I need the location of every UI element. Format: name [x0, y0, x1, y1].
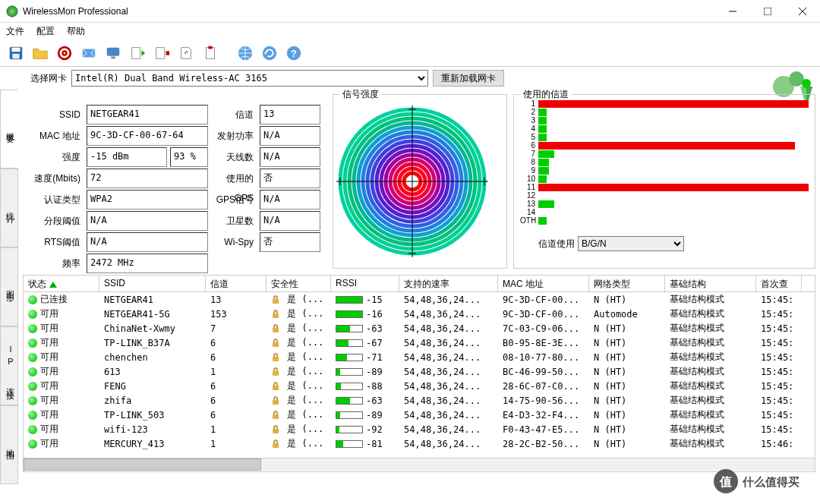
menu-file[interactable]: 文件 — [6, 25, 24, 38]
svg-rect-3 — [764, 8, 771, 15]
svg-rect-59 — [273, 414, 279, 419]
channel-number: 14 — [520, 208, 538, 216]
gpssig-value: N/A — [260, 190, 320, 209]
col-ssid[interactable]: SSID — [99, 276, 206, 291]
col-rssi[interactable]: RSSI — [331, 276, 399, 291]
table-row[interactable]: 可用ChinaNet-Xwmy7 是 (...-6354,48,36,24...… — [24, 321, 815, 335]
svg-rect-7 — [12, 47, 20, 51]
app-icon — [6, 5, 18, 17]
table-row[interactable]: 已连接NETGEAR4113 是 (...-1554,48,36,24...9C… — [24, 292, 815, 307]
refresh-icon[interactable] — [260, 43, 279, 63]
target-icon[interactable] — [55, 43, 74, 63]
channel-label: 信道 — [211, 105, 257, 124]
col-rate[interactable]: 支持的速率 — [399, 276, 498, 291]
status-dot-icon — [28, 411, 37, 420]
help-icon[interactable]: ? — [284, 43, 304, 63]
antenna-label: 天线数 — [211, 147, 257, 167]
adapter-selector-row: 选择网卡 Intel(R) Dual Band Wireless-AC 3165… — [0, 67, 820, 90]
menubar: 文件 配置 帮助 — [0, 23, 820, 39]
network-map-icon[interactable] — [79, 43, 99, 63]
col-status[interactable]: 状态 — [24, 276, 99, 291]
channel-number: 8 — [520, 158, 538, 166]
globe-icon[interactable] — [235, 43, 255, 63]
channel-mode-select[interactable]: B/G/N — [578, 236, 684, 251]
clipboard-icon[interactable] — [200, 43, 220, 63]
table-row[interactable]: 可用zhifa6 是 (...-6354,48,36,24...14-75-90… — [24, 393, 815, 408]
mac-label: MAC 地址 — [23, 126, 84, 146]
channel-bar-chart: 1234567891011121314OTH — [517, 98, 812, 235]
rts-value: N/A — [87, 232, 208, 252]
table-row[interactable]: 可用NETGEAR41-5G153 是 (...-1654,48,36,24..… — [24, 307, 815, 321]
channel-number: 3 — [520, 116, 538, 124]
col-security[interactable]: 安全性 — [266, 276, 331, 291]
status-dot-icon — [28, 295, 37, 304]
svg-text:值: 值 — [719, 475, 732, 488]
adapter-select[interactable]: Intel(R) Dual Band Wireless-AC 3165 — [71, 70, 428, 87]
wispy-label: Wi-Spy — [211, 232, 257, 252]
svg-rect-8 — [12, 53, 19, 58]
sort-asc-icon — [49, 282, 57, 288]
frag-value: N/A — [87, 211, 208, 231]
table-row[interactable]: 可用FENG6 是 (...-8854,48,36,24...28-6C-07-… — [24, 379, 815, 393]
log-stop-icon[interactable] — [152, 43, 172, 63]
frag-label: 分段阈值 — [23, 211, 84, 231]
minimize-button[interactable] — [715, 0, 750, 23]
vertical-tabs: 概要 统计 图形 IP 连接 地图 — [0, 90, 18, 484]
folder-icon[interactable] — [30, 43, 50, 63]
display-icon[interactable] — [103, 43, 123, 63]
vtab-graph[interactable]: 图形 — [0, 247, 17, 326]
vtab-map[interactable]: 地图 — [0, 405, 17, 484]
txpower-label: 发射功率 — [211, 126, 257, 146]
svg-text:?: ? — [291, 47, 297, 58]
adapter-label: 选择网卡 — [30, 72, 67, 85]
channel-bar-row: 2 — [520, 108, 809, 116]
col-first[interactable]: 首次查 — [756, 276, 802, 291]
channel-number: OTH — [520, 216, 538, 225]
gps-label: 使用的GPS — [211, 169, 257, 188]
table-row[interactable]: 可用TP-LINK_5036 是 (...-8954,48,36,24...E4… — [24, 408, 815, 422]
log-start-icon[interactable] — [128, 43, 147, 63]
svg-point-26 — [789, 71, 804, 87]
channel-bar-row: 7 — [520, 150, 809, 158]
horizontal-scrollbar[interactable] — [24, 458, 815, 471]
freq-label: 频率 — [23, 254, 84, 273]
col-channel[interactable]: 信道 — [206, 276, 266, 291]
close-button[interactable] — [785, 0, 820, 23]
antenna-value: N/A — [260, 147, 320, 167]
table-row[interactable]: 可用MERCURY_4131 是 (...-8154,48,36,24...28… — [24, 436, 815, 451]
toolbar: ? — [0, 39, 820, 67]
col-nettype[interactable]: 网络类型 — [589, 276, 665, 291]
sat-value: N/A — [260, 211, 320, 231]
channel-value: 13 — [260, 105, 320, 124]
sat-label: 卫星数 — [211, 211, 257, 231]
export-icon[interactable] — [176, 43, 196, 63]
auth-value: WPA2 — [87, 190, 208, 209]
svg-rect-55 — [273, 357, 279, 361]
channel-bar-row: 13 — [520, 200, 809, 208]
txpower-value: N/A — [260, 126, 320, 146]
svg-rect-18 — [207, 47, 215, 58]
rts-label: RTS阈值 — [23, 232, 84, 252]
channel-number: 9 — [520, 166, 538, 175]
svg-rect-56 — [273, 371, 279, 376]
save-icon[interactable] — [6, 43, 26, 63]
table-row[interactable]: 可用TP-LINK_B37A6 是 (...-6754,48,36,24...B… — [24, 335, 815, 350]
strength-label: 强度 — [23, 147, 84, 167]
vtab-stats[interactable]: 统计 — [0, 169, 17, 247]
menu-help[interactable]: 帮助 — [67, 25, 85, 38]
watermark: 值 什么值得买 — [712, 468, 811, 495]
table-row[interactable]: 可用wifi-1231 是 (...-9254,48,36,24...F0-43… — [24, 422, 815, 436]
grid-body[interactable]: 已连接NETGEAR4113 是 (...-1554,48,36,24...9C… — [24, 292, 815, 458]
menu-config[interactable]: 配置 — [36, 25, 55, 38]
vtab-ipconn[interactable]: IP 连接 — [0, 326, 17, 405]
col-infra[interactable]: 基础结构 — [665, 276, 756, 291]
maximize-button[interactable] — [750, 0, 785, 23]
channel-bar-row: 6 — [520, 141, 809, 150]
table-row[interactable]: 可用chenchen6 是 (...-7154,48,36,24...08-10… — [24, 350, 815, 364]
table-row[interactable]: 可用6131 是 (...-8954,48,36,24...BC-46-99-5… — [24, 364, 815, 379]
reload-adapter-button[interactable]: 重新加载网卡 — [433, 70, 504, 87]
channel-usage-panel: 使用的信道 1234567891011121314OTH 信道使用 B/G/N — [513, 94, 815, 269]
vtab-summary[interactable]: 概要 — [0, 90, 18, 169]
status-dot-icon — [28, 382, 37, 391]
col-mac[interactable]: MAC 地址 — [498, 276, 589, 291]
